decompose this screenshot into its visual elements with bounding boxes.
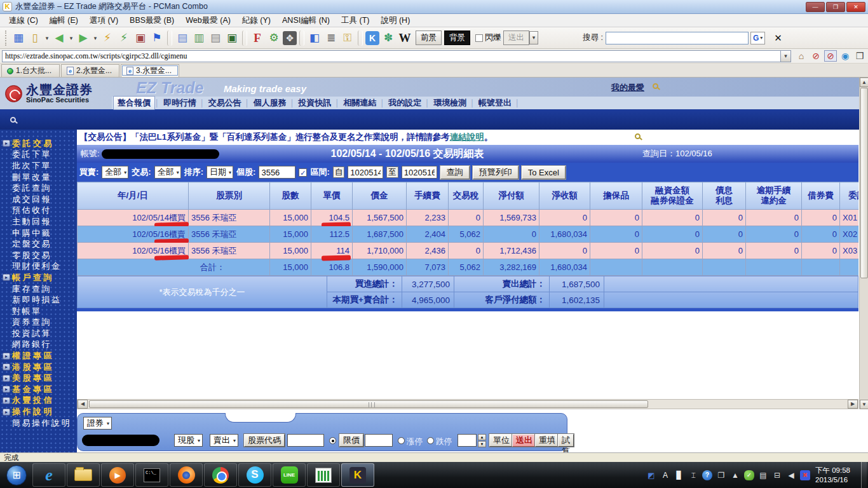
reconnect-icon[interactable]: ⚡ <box>116 30 132 46</box>
home-icon[interactable]: ⌂ <box>795 50 808 62</box>
sidebar-item[interactable]: ▸ 操作說明 <box>0 406 77 417</box>
nav-item[interactable]: 相關連結 <box>339 97 380 109</box>
sidebar-item[interactable]: ▸ 權證專區 <box>0 350 77 362</box>
copy-screen-icon[interactable]: ▤ <box>175 30 190 46</box>
background-button[interactable]: 背景 <box>444 30 470 45</box>
sidebar-item[interactable]: ▸ 委託交易 <box>0 138 77 149</box>
kkman-icon[interactable]: K <box>341 463 374 487</box>
kkflower-icon[interactable]: ✽ <box>381 30 396 46</box>
sidebar-item[interactable]: ▸ 定盤交易 <box>0 238 77 250</box>
quantity-entry[interactable] <box>458 434 477 447</box>
new-connection-icon[interactable]: ▯ <box>27 30 43 46</box>
toolbar-separator[interactable] <box>358 30 363 46</box>
stock-code-entry[interactable] <box>287 434 324 447</box>
send-dropdown-icon[interactable]: ▾ <box>529 31 538 44</box>
sidebar-item[interactable]: ▸ 批次下單 <box>0 160 77 172</box>
kkman-home-icon[interactable]: K <box>365 31 379 45</box>
url-input[interactable] <box>2 50 781 62</box>
to-excel-button[interactable]: To Excel <box>522 166 566 179</box>
query-button[interactable]: 查詢 <box>440 166 470 179</box>
quantity-stepper[interactable]: ▲▼ <box>478 434 486 447</box>
nav-item[interactable]: 整合報價 <box>113 96 155 110</box>
side-select[interactable]: 賣出▾ <box>210 434 238 447</box>
firefox-icon[interactable] <box>170 463 203 487</box>
ime-mode-icon[interactable]: ▊ <box>674 470 684 480</box>
clipboard-icon[interactable]: ▤ <box>758 470 768 480</box>
taskbar-clock[interactable]: 下午 09:58 2013/5/16 <box>815 466 858 485</box>
announcement-search-icon[interactable] <box>635 133 641 139</box>
line-icon[interactable]: LINE <box>273 463 306 487</box>
google-search-button[interactable]: G ▾ <box>750 32 765 44</box>
dropdown-arrow-icon[interactable]: ▾ <box>68 30 74 46</box>
logo-block[interactable]: 永豐金證券 SinoPac Securities <box>0 78 112 109</box>
buy-sell-select[interactable]: 全部▾ <box>102 166 128 179</box>
stock-chart-icon[interactable] <box>307 463 340 487</box>
dropdown-arrow-icon[interactable]: ▾ <box>92 30 98 46</box>
disconnect-icon[interactable]: ⚡ <box>100 30 115 46</box>
menu-item[interactable]: 選項 (V) <box>85 14 123 27</box>
calculate-button[interactable]: 試算 <box>558 434 574 447</box>
action-center-icon[interactable]: ✖ <box>800 470 810 480</box>
sidebar-item[interactable]: ▸ 港股專區 <box>0 362 77 373</box>
stock-code-button[interactable]: 股票代碼 <box>244 434 285 447</box>
fullscreen-icon[interactable]: ✥ <box>283 31 297 45</box>
find-text-icon[interactable]: ▣ <box>224 30 240 46</box>
my-favorites-link[interactable]: 我的最愛 <box>611 82 644 93</box>
sidebar-item[interactable]: ▸ 網路銀行 <box>0 339 77 351</box>
nav-item[interactable]: 環境檢測 <box>430 97 470 109</box>
copy-ansi-icon[interactable]: ▥ <box>191 30 207 46</box>
price-entry[interactable] <box>365 434 393 447</box>
scroll-up-icon[interactable]: ▲ <box>860 78 868 87</box>
back-icon[interactable]: ◀ <box>51 30 67 46</box>
settings-gear-icon[interactable]: ⚙ <box>266 30 281 46</box>
sidebar-item[interactable]: ▸ 庫存查詢 <box>0 283 77 295</box>
step-down-icon[interactable]: ▼ <box>478 441 486 447</box>
help-icon[interactable]: ? <box>702 470 712 480</box>
browser-tab[interactable]: 1.台大批... <box>1 64 60 77</box>
tray-app-icon[interactable]: ◩ <box>646 470 656 480</box>
menu-item[interactable]: BBS最愛 (B) <box>125 14 179 27</box>
range-checkbox[interactable]: ✓ <box>299 168 307 177</box>
url-dropdown-icon[interactable]: ▾ <box>781 50 791 62</box>
nav-item[interactable]: 我的設定 <box>384 97 425 109</box>
sidebar-item[interactable]: ▸ 永豐投信 <box>0 395 77 407</box>
sidebar-item[interactable]: ▸ 理財便利金 <box>0 261 77 273</box>
nav-item[interactable]: 個人服務 <box>250 97 290 109</box>
lock-icon[interactable]: ⚿ <box>340 30 355 46</box>
connection-list-icon[interactable]: ▦ <box>11 30 26 46</box>
close-session-icon[interactable]: ▣ <box>133 30 148 46</box>
cmd-icon[interactable]: C:\_ <box>135 463 168 487</box>
nav-item[interactable]: 交易公告 <box>205 97 245 109</box>
toolbar-grip[interactable] <box>5 30 8 46</box>
print-preview-button[interactable]: 預覽列印 <box>473 166 519 179</box>
sidebar-item[interactable]: ▸ 新即時損益 <box>0 294 77 306</box>
show-desktop-button[interactable] <box>861 462 867 488</box>
dropdown-arrow-icon[interactable]: ▾ <box>44 30 50 46</box>
scroll-down-icon[interactable]: ▼ <box>860 400 868 409</box>
block-popup-active-icon[interactable]: ⊘ <box>824 50 837 62</box>
limit-up-radio[interactable] <box>398 437 405 444</box>
horizontal-scrollbar-thumb[interactable] <box>89 400 648 408</box>
window-icon[interactable]: ❒ <box>853 50 866 62</box>
start-button[interactable]: ⊞ <box>2 463 31 487</box>
show-hidden-icons[interactable]: ▲ <box>730 470 740 480</box>
foreground-button[interactable]: 前景 <box>416 30 442 45</box>
input-method-icon[interactable]: A <box>660 470 670 480</box>
font-icon[interactable]: F <box>250 30 265 46</box>
forward-icon[interactable]: ▶ <box>76 30 91 46</box>
submit-order-button[interactable]: 送出 <box>512 434 536 447</box>
sidebar-item[interactable]: ▸ 基金專區 <box>0 384 77 395</box>
toolbar-separator[interactable] <box>299 30 304 46</box>
explorer-icon[interactable] <box>67 463 100 487</box>
nav-item[interactable]: 帳號登出 <box>475 97 515 109</box>
browser-tab[interactable]: 3.永豐金... <box>121 64 179 77</box>
menu-item[interactable]: Web最愛 (A) <box>180 14 236 27</box>
wikipedia-icon[interactable]: W <box>397 30 412 46</box>
favorites-search-icon[interactable] <box>653 83 658 89</box>
sidebar-item[interactable]: ▸ 申購中籤 <box>0 227 77 239</box>
globe-icon[interactable]: ◉ <box>839 50 851 62</box>
step-up-icon[interactable]: ▲ <box>478 434 486 440</box>
toolbar-close-icon[interactable]: ✕ <box>774 32 782 44</box>
sidebar-item[interactable]: ▸ 委託下單 <box>0 149 77 161</box>
limit-price-radio[interactable] <box>329 437 336 444</box>
